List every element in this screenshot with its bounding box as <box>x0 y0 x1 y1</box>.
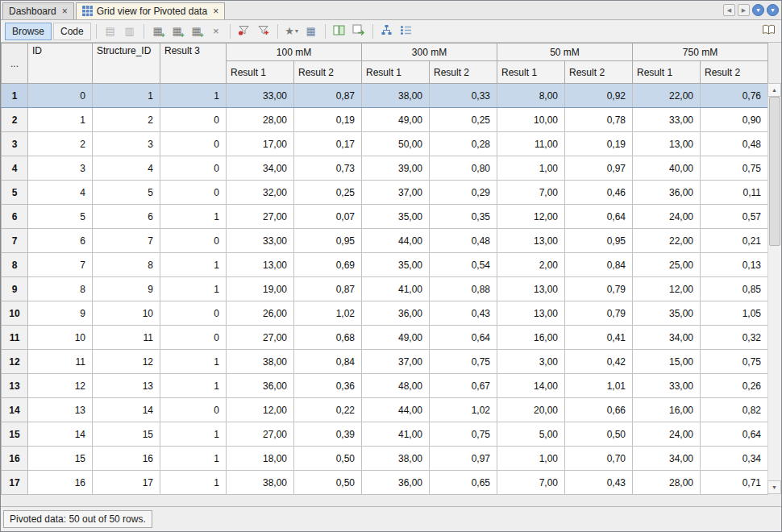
grid-cell[interactable]: 24,00 <box>633 422 701 447</box>
row-number[interactable]: 2 <box>2 108 28 132</box>
grid-cell[interactable]: 1,00 <box>497 447 565 471</box>
grid-cell[interactable]: 5 <box>93 181 160 205</box>
grid-cell[interactable]: 2 <box>28 132 93 156</box>
grid-cell[interactable]: 0,46 <box>565 181 633 205</box>
grid-cell[interactable]: 20,00 <box>497 398 565 422</box>
grid-cell[interactable]: 1,02 <box>430 398 497 422</box>
corner-options-cell[interactable]: ... <box>2 44 28 84</box>
table-row[interactable]: 878113,000,6935,000,542,000,8425,000,13 <box>2 253 768 277</box>
grid-cell[interactable]: 1 <box>160 205 227 229</box>
grid-cell[interactable]: 32,00 <box>227 181 294 205</box>
row-number[interactable]: 12 <box>2 350 28 374</box>
grid-cell[interactable]: 13,00 <box>497 301 565 326</box>
row-number[interactable]: 15 <box>2 422 28 447</box>
grid-cell[interactable]: 36,00 <box>362 301 430 326</box>
grid-cell[interactable]: 10 <box>28 326 93 350</box>
grid-cell[interactable]: 0,22 <box>294 398 362 422</box>
grid-cell[interactable]: 0,88 <box>430 277 497 301</box>
group-header-300mm[interactable]: 300 mM <box>362 44 497 61</box>
grid-cell[interactable]: 3 <box>28 156 93 181</box>
grid-cell[interactable]: 19,00 <box>227 277 294 301</box>
column-header-result-1[interactable]: Result 1 <box>227 61 294 84</box>
grid-cell[interactable]: 0,17 <box>294 132 362 156</box>
table-view-button[interactable]: ▦ <box>302 23 320 40</box>
grid-cell[interactable]: 1 <box>160 374 227 398</box>
grid-cell[interactable]: 0,73 <box>294 156 362 181</box>
freeze-columns-button[interactable]: ▥ <box>121 23 139 40</box>
grid-cell[interactable]: 1 <box>160 277 227 301</box>
grid-cell[interactable]: 16,00 <box>633 398 701 422</box>
table-row[interactable]: 151415127,000,3941,000,755,000,5024,000,… <box>2 422 768 447</box>
grid-cell[interactable]: 39,00 <box>362 156 430 181</box>
grid-cell[interactable]: 0,80 <box>430 156 497 181</box>
grid-cell[interactable]: 1,00 <box>497 156 565 181</box>
grid-cell[interactable]: 0,57 <box>701 205 768 229</box>
grid-cell[interactable]: 27,00 <box>227 422 294 447</box>
grid-cell[interactable]: 8,00 <box>497 84 565 108</box>
grid-cell[interactable]: 0 <box>160 156 227 181</box>
grid-cell[interactable]: 0,21 <box>701 229 768 253</box>
view-menu-dropdown-button[interactable]: ▼ <box>767 4 779 16</box>
grid-cell[interactable]: 0,50 <box>294 447 362 471</box>
table-row[interactable]: 323017,000,1750,000,2811,000,1913,000,48 <box>2 132 768 156</box>
grid-cell[interactable]: 27,00 <box>227 326 294 350</box>
grid-cell[interactable]: 8 <box>93 253 160 277</box>
grid-cell[interactable]: 0 <box>160 326 227 350</box>
grid-cell[interactable]: 0,35 <box>430 205 497 229</box>
row-number[interactable]: 9 <box>2 277 28 301</box>
grid-cell[interactable]: 0,54 <box>430 253 497 277</box>
row-number[interactable]: 1 <box>2 84 28 108</box>
grid-cell[interactable]: 48,00 <box>362 374 430 398</box>
grid-cell[interactable]: 3 <box>93 132 160 156</box>
grid-cell[interactable]: 13,00 <box>497 229 565 253</box>
grid-cell[interactable]: 0,79 <box>565 301 633 326</box>
grid-cell[interactable]: 0,70 <box>565 447 633 471</box>
row-number[interactable]: 10 <box>2 301 28 326</box>
grid-cell[interactable]: 0 <box>160 108 227 132</box>
vertical-scrollbar[interactable]: ▲ ▼ <box>767 83 781 494</box>
grid-cell[interactable]: 2 <box>93 108 160 132</box>
column-header-result-2[interactable]: Result 2 <box>294 61 362 84</box>
grid-cell[interactable]: 28,00 <box>633 471 701 495</box>
grid-cell[interactable]: 0,92 <box>565 84 633 108</box>
delete-row-button[interactable]: × <box>207 23 225 40</box>
grid-cell[interactable]: 7 <box>93 229 160 253</box>
grid-cell[interactable]: 0,75 <box>430 422 497 447</box>
grid-cell[interactable]: 1 <box>160 84 227 108</box>
grid-cell[interactable]: 12,00 <box>497 205 565 229</box>
grid-cell[interactable]: 0,85 <box>701 277 768 301</box>
grid-cell[interactable]: 13,00 <box>633 132 701 156</box>
grid-cell[interactable]: 1 <box>160 253 227 277</box>
grid-cell[interactable]: 0,95 <box>565 229 633 253</box>
grid-cell[interactable]: 0,97 <box>565 156 633 181</box>
grid-cell[interactable]: 7,00 <box>497 471 565 495</box>
column-header-result-2[interactable]: Result 2 <box>430 61 497 84</box>
grid-cell[interactable]: 0,79 <box>565 277 633 301</box>
grid-cell[interactable]: 0,43 <box>430 301 497 326</box>
group-header-50mm[interactable]: 50 mM <box>497 44 633 61</box>
grid-cell[interactable]: 12 <box>93 350 160 374</box>
favorites-button[interactable]: ★ ▾ <box>283 23 301 40</box>
grid-cell[interactable]: 0,65 <box>430 471 497 495</box>
grid-cell[interactable]: 0,71 <box>701 471 768 495</box>
row-number[interactable]: 3 <box>2 132 28 156</box>
grid-cell[interactable]: 0,41 <box>565 326 633 350</box>
grid-cell[interactable]: 0,28 <box>430 132 497 156</box>
grid-cell[interactable]: 14 <box>93 398 160 422</box>
grid-cell[interactable]: 1 <box>93 84 160 108</box>
add-filter-button[interactable] <box>255 23 272 40</box>
grid-cell[interactable]: 44,00 <box>362 398 430 422</box>
table-row[interactable]: 434034,000,7339,000,801,000,9740,000,75 <box>2 156 768 181</box>
table-row[interactable]: 989119,000,8741,000,8813,000,7912,000,85 <box>2 277 768 301</box>
grid-cell[interactable]: 0,29 <box>430 181 497 205</box>
table-row[interactable]: 767033,000,9544,000,4813,000,9522,000,21 <box>2 229 768 253</box>
code-button[interactable]: Code <box>53 23 91 40</box>
grid-cell[interactable]: 0,43 <box>565 471 633 495</box>
grid-cell[interactable]: 38,00 <box>227 350 294 374</box>
grid-cell[interactable]: 7,00 <box>497 181 565 205</box>
grid-cell[interactable]: 38,00 <box>362 447 430 471</box>
append-row-button[interactable]: ▦ + <box>168 23 186 40</box>
grid-cell[interactable]: 0,19 <box>565 132 633 156</box>
grid-cell[interactable]: 27,00 <box>227 205 294 229</box>
grid-cell[interactable]: 41,00 <box>362 422 430 447</box>
